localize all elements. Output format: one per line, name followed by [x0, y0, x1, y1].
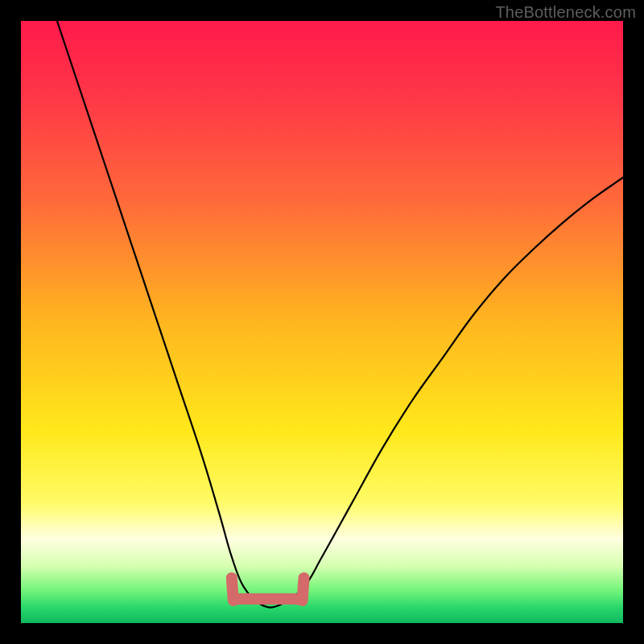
outer-frame: TheBottleneck.com	[0, 0, 644, 644]
plot-area	[21, 21, 623, 623]
gradient-rect	[21, 21, 623, 623]
watermark-text: TheBottleneck.com	[495, 3, 636, 22]
chart-svg	[21, 21, 623, 623]
